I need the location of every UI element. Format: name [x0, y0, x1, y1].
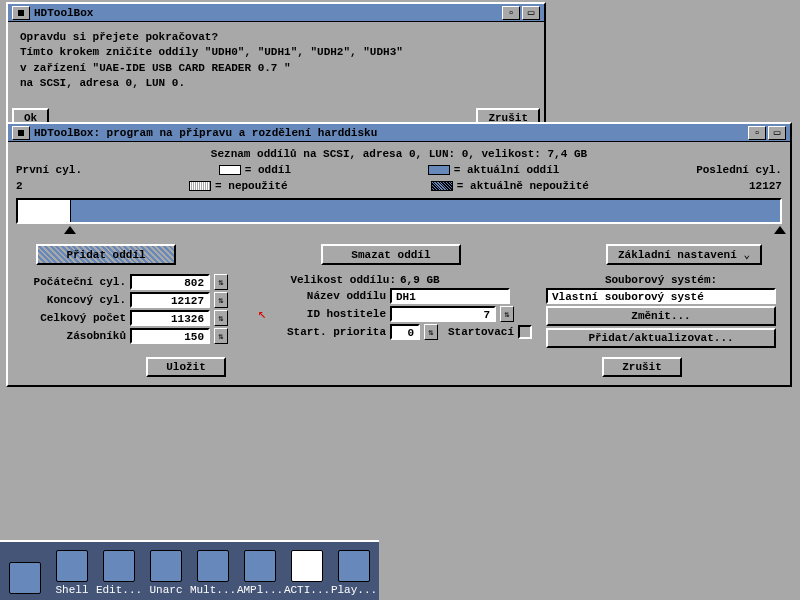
stepper-icon[interactable]: ⇅ — [214, 310, 228, 326]
zoom-icon[interactable]: ▫ — [748, 126, 766, 140]
add-partition-button[interactable]: Přidat oddíl — [36, 244, 176, 265]
buffers-input[interactable]: 150 — [130, 328, 210, 344]
main-titlebar[interactable]: HDToolBox: program na přípravu a rozděle… — [8, 124, 790, 142]
priority-label: Start. priorita — [276, 326, 386, 338]
start-cyl-input[interactable]: 802 — [130, 274, 210, 290]
task-item-shell[interactable]: Shell — [49, 544, 95, 598]
task-item-play[interactable]: Play... — [331, 544, 377, 598]
slider-handle-right[interactable] — [774, 226, 786, 234]
main-window: HDToolBox: program na přípravu a rozděle… — [6, 122, 792, 387]
dialog-line: Opravdu si přejete pokračovat? — [20, 30, 532, 45]
slider-track[interactable] — [16, 228, 782, 238]
task-item-acti[interactable]: ACTI... — [284, 544, 330, 598]
task-label: AMPl... — [237, 584, 283, 596]
swatch-current — [428, 165, 450, 175]
dropdown-icon: ⌄ — [743, 248, 750, 261]
dialog-title: HDToolBox — [34, 7, 500, 19]
dialog-line: Tímto krokem zničíte oddíly "UDH0", "UDH… — [20, 45, 532, 60]
task-label: Play... — [331, 584, 377, 596]
cancel-button[interactable]: Zrušit — [602, 357, 682, 377]
task-item-ampl[interactable]: AMPl... — [237, 544, 283, 598]
task-item-mult[interactable]: Mult... — [190, 544, 236, 598]
delete-partition-button[interactable]: Smazat oddíl — [321, 244, 461, 265]
addupdate-button[interactable]: Přidat/aktualizovat... — [546, 328, 776, 348]
size-label: Velikost oddílu: — [276, 274, 396, 286]
swatch-unused — [189, 181, 211, 191]
acti-icon — [291, 550, 323, 582]
partition-segment-current[interactable] — [71, 200, 780, 222]
edit-icon — [103, 550, 135, 582]
main-title: HDToolBox: program na přípravu a rozděle… — [34, 127, 746, 139]
partition-bar[interactable] — [16, 198, 782, 224]
stepper-icon[interactable]: ⇅ — [214, 328, 228, 344]
taskbar: Shell Edit... Unarc Mult... AMPl... ACTI… — [0, 540, 379, 600]
buffers-label: Zásobníků — [16, 330, 126, 342]
dialog-line: v zařízení "UAE-IDE USB CARD READER 0.7 … — [20, 61, 532, 76]
ampl-icon — [244, 550, 276, 582]
basic-settings-button[interactable]: Základní nastavení ⌄ — [606, 244, 762, 265]
zoom-icon[interactable]: ▫ — [502, 6, 520, 20]
hostid-input[interactable]: 7 — [390, 306, 496, 322]
depth-icon[interactable]: ▭ — [768, 126, 786, 140]
dialog-message: Opravdu si přejete pokračovat? Tímto kro… — [20, 30, 532, 92]
partition-segment[interactable] — [18, 200, 71, 222]
legend-text: = aktuálně nepoužité — [457, 180, 589, 192]
task-label: Unarc — [149, 584, 182, 596]
fs-label: Souborový systém: — [546, 274, 776, 286]
name-input[interactable]: DH1 — [390, 288, 510, 304]
first-cyl-value: 2 — [16, 180, 46, 192]
stepper-icon[interactable]: ⇅ — [424, 324, 438, 340]
task-label: Mult... — [190, 584, 236, 596]
last-cyl-value: 12127 — [732, 180, 782, 192]
total-input[interactable]: 11326 — [130, 310, 210, 326]
stepper-icon[interactable]: ⇅ — [214, 274, 228, 290]
task-label: Shell — [55, 584, 88, 596]
task-label: Edit... — [96, 584, 142, 596]
form-area: Počáteční cyl.802⇅ Koncový cyl.12127⇅ Ce… — [16, 273, 782, 349]
bootable-checkbox[interactable] — [518, 325, 532, 339]
task-item-unarc[interactable]: Unarc — [143, 544, 189, 598]
size-value: 6,9 GB — [400, 274, 440, 286]
shell-icon — [56, 550, 88, 582]
task-item[interactable] — [2, 544, 48, 598]
app-icon — [9, 562, 41, 594]
dialog-body: Opravdu si přejete pokračovat? Tímto kro… — [8, 22, 544, 108]
legend-text: = aktuální oddíl — [454, 164, 560, 176]
swatch-current-unused — [431, 181, 453, 191]
first-cyl-label: První cyl. — [16, 164, 82, 176]
close-icon[interactable] — [12, 6, 30, 20]
stepper-icon[interactable]: ⇅ — [214, 292, 228, 308]
bootable-label: Startovací — [448, 326, 514, 338]
swatch-partition — [219, 165, 241, 175]
save-button[interactable]: Uložit — [146, 357, 226, 377]
legend-text: = oddíl — [245, 164, 291, 176]
hostid-label: ID hostitele — [276, 308, 386, 320]
end-cyl-label: Koncový cyl. — [16, 294, 126, 306]
name-label: Název oddílu — [276, 290, 386, 302]
total-label: Celkový počet — [16, 312, 126, 324]
button-label: Základní nastavení — [618, 249, 737, 261]
slider-handle-left[interactable] — [64, 226, 76, 234]
start-cyl-label: Počáteční cyl. — [16, 276, 126, 288]
task-label: ACTI... — [284, 584, 330, 596]
end-cyl-input[interactable]: 12127 — [130, 292, 210, 308]
last-cyl-label: Poslední cyl. — [696, 164, 782, 176]
priority-input[interactable]: 0 — [390, 324, 420, 340]
legend-row: 2 = nepoužité = aktuálně nepoužité 12127 — [16, 178, 782, 194]
dialog-line: na SCSI, adresa 0, LUN 0. — [20, 76, 532, 91]
legend-row: První cyl. = oddíl = aktuální oddíl Posl… — [16, 162, 782, 178]
change-fs-button[interactable]: Změnit... — [546, 306, 776, 326]
fs-value: Vlastní souborový systé — [546, 288, 776, 304]
dialog-titlebar[interactable]: HDToolBox ▫ ▭ — [8, 4, 544, 22]
mult-icon — [197, 550, 229, 582]
close-icon[interactable] — [12, 126, 30, 140]
partition-header: Seznam oddílů na SCSI, adresa 0, LUN: 0,… — [16, 146, 782, 162]
depth-icon[interactable]: ▭ — [522, 6, 540, 20]
play-icon — [338, 550, 370, 582]
unarc-icon — [150, 550, 182, 582]
legend-text: = nepoužité — [215, 180, 288, 192]
confirm-dialog: HDToolBox ▫ ▭ Opravdu si přejete pokračo… — [6, 2, 546, 134]
stepper-icon[interactable]: ⇅ — [500, 306, 514, 322]
task-item-edit[interactable]: Edit... — [96, 544, 142, 598]
